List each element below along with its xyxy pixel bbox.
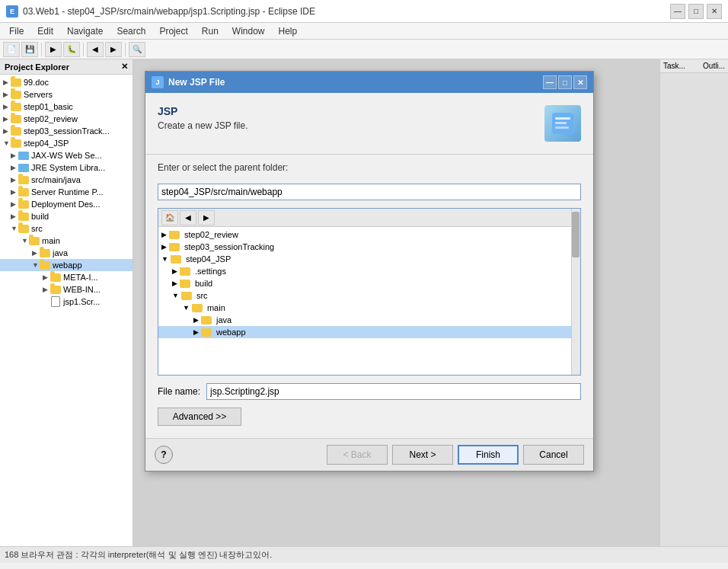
tb-new[interactable]: 📄 — [3, 42, 20, 57]
menu-window[interactable]: Window — [226, 24, 271, 38]
tb-search[interactable]: 🔍 — [129, 42, 145, 57]
tree-item-webapp[interactable]: ▼ webapp — [0, 259, 133, 271]
menu-file[interactable]: File — [3, 24, 30, 38]
tree-home-button[interactable]: 🏠 — [161, 210, 178, 225]
tree-item-label: build — [195, 279, 212, 288]
tree-item-src[interactable]: ▼ src — [0, 222, 133, 235]
sidebar-close-icon[interactable]: ✕ — [121, 62, 128, 72]
tree-label: JRE System Libra... — [31, 163, 105, 172]
menu-edit[interactable]: Edit — [31, 24, 59, 38]
folder-icon — [180, 278, 190, 289]
dialog-tree-main[interactable]: ▼ main — [158, 302, 580, 314]
tb-debug[interactable]: 🐛 — [63, 42, 80, 57]
dialog-tree-java[interactable]: ▶ java — [158, 314, 580, 326]
arrow-icon: ▶ — [172, 267, 177, 275]
tb-save[interactable]: 💾 — [21, 42, 38, 57]
arrow-icon: ▼ — [161, 255, 168, 263]
menu-help[interactable]: Help — [273, 24, 304, 38]
toolbar: 📄 💾 ▶ 🐛 ◀ ▶ 🔍 — [0, 40, 728, 59]
tree-item-label: src — [196, 291, 208, 300]
dialog-jsp-icon — [544, 105, 581, 142]
menu-navigate[interactable]: Navigate — [61, 24, 109, 38]
tree-item-main[interactable]: ▼ main — [0, 235, 133, 247]
tree-item-srcmainjava[interactable]: ▶ src/main/java — [0, 174, 133, 186]
tree-item-step02[interactable]: ▶ step02_review — [0, 113, 133, 125]
finish-button[interactable]: Finish — [458, 445, 519, 465]
folder-icon — [50, 272, 61, 283]
tree-item-step03[interactable]: ▶ step03_sessionTrack... — [0, 125, 133, 137]
scrollbar-thumb[interactable] — [572, 212, 580, 257]
arrow-icon: ▶ — [11, 152, 18, 159]
minimize-button[interactable]: — — [670, 4, 685, 19]
tree-item-jre[interactable]: ▶ JRE System Libra... — [0, 161, 133, 174]
dialog-tree-webapp[interactable]: ▶ webapp — [158, 326, 580, 338]
help-button[interactable]: ? — [155, 446, 173, 464]
dialog-close-button[interactable]: ✕ — [573, 75, 587, 89]
tree-label: src/main/java — [31, 175, 81, 184]
tree-item-servers[interactable]: ▶ Servers — [0, 88, 133, 101]
project-explorer-header: Project Explorer ✕ — [0, 59, 133, 75]
tree-item-jsp1[interactable]: ▶ jsp1.Scr... — [0, 296, 133, 308]
tree-label: WEB-IN... — [63, 285, 101, 294]
dialog-tree-build[interactable]: ▶ build — [158, 277, 580, 289]
folder-icon — [18, 187, 29, 197]
folder-icon — [180, 266, 190, 277]
tree-label: step03_sessionTrack... — [24, 126, 110, 136]
filename-input[interactable] — [206, 383, 581, 400]
tree-item-jaxws[interactable]: ▶ JAX-WS Web Se... — [0, 149, 133, 161]
folder-icon — [50, 284, 61, 295]
dialog-maximize-button[interactable]: □ — [558, 75, 572, 89]
tree-item-step01[interactable]: ▶ step01_basic — [0, 101, 133, 113]
advanced-button[interactable]: Advanced >> — [158, 408, 241, 426]
folder-icon — [11, 101, 21, 112]
dialog-tree-settings[interactable]: ▶ .settings — [158, 265, 580, 277]
right-panel: Task... Outli... — [659, 59, 728, 546]
tree-item-java[interactable]: ▶ java — [0, 247, 133, 259]
arrow-icon: ▶ — [11, 164, 18, 171]
arrow-icon: ▶ — [161, 243, 167, 251]
tree-item-server-runtime[interactable]: ▶ Server Runtime P... — [0, 186, 133, 198]
tree-item-label: java — [216, 315, 231, 324]
tree-item-step04[interactable]: ▼ step04_JSP — [0, 137, 133, 149]
tree-item-build[interactable]: ▶ build — [0, 210, 133, 222]
dialog-tree-src[interactable]: ▼ src — [158, 289, 580, 302]
folder-tree-scroll[interactable]: ▶ step02_review ▶ step03_sessionTracking — [158, 227, 580, 376]
title-bar: E 03.Web1 - step04_JSP/src/main/webapp/j… — [0, 0, 728, 23]
tree-item-label: main — [207, 303, 225, 312]
menu-run[interactable]: Run — [196, 24, 225, 38]
cancel-button[interactable]: Cancel — [523, 445, 584, 465]
tree-item-deployment[interactable]: ▶ Deployment Des... — [0, 198, 133, 210]
dialog-subtext: Create a new JSP file. — [158, 120, 248, 131]
maximize-button[interactable]: □ — [688, 4, 704, 19]
menu-project[interactable]: Project — [153, 24, 193, 38]
back-button[interactable]: < Back — [327, 445, 388, 465]
dialog-title-icon: J — [152, 76, 164, 88]
dialog-tree-step04[interactable]: ▼ step04_JSP — [158, 253, 580, 265]
dialog-tree-step02[interactable]: ▶ step02_review — [158, 229, 580, 241]
dialog-tree-step03[interactable]: ▶ step03_sessionTracking — [158, 241, 580, 253]
tree-item-99doc[interactable]: ▶ 99.doc — [0, 76, 133, 88]
tb-back[interactable]: ◀ — [87, 42, 104, 57]
close-button[interactable]: ✕ — [707, 4, 722, 19]
tree-back-button[interactable]: ◀ — [180, 210, 196, 225]
parent-folder-input[interactable] — [158, 184, 581, 200]
tree-item-label: .settings — [195, 267, 226, 276]
tree-item-webinf[interactable]: ▶ WEB-IN... — [0, 283, 133, 296]
folder-open-icon — [18, 223, 29, 234]
tree-item-meta[interactable]: ▶ META-I... — [0, 271, 133, 283]
arrow-icon: ▼ — [3, 139, 11, 147]
menu-search[interactable]: Search — [110, 24, 152, 38]
tb-run[interactable]: ▶ — [45, 42, 62, 57]
tb-fwd[interactable]: ▶ — [105, 42, 122, 57]
next-button[interactable]: Next > — [392, 445, 453, 465]
arrow-icon: ▼ — [32, 261, 40, 269]
tree-forward-button[interactable]: ▶ — [198, 210, 215, 225]
dialog-minimize-button[interactable]: — — [543, 75, 557, 89]
arrow-icon: ▶ — [193, 316, 199, 324]
tree-scrollbar[interactable] — [571, 209, 580, 375]
content-area: J New JSP File — □ ✕ JSP — [133, 59, 659, 546]
toolbar-sep-1 — [41, 43, 42, 56]
arrow-icon: ▶ — [193, 328, 199, 336]
tree-label: Deployment Des... — [31, 200, 100, 209]
tree-label: webapp — [53, 261, 82, 270]
